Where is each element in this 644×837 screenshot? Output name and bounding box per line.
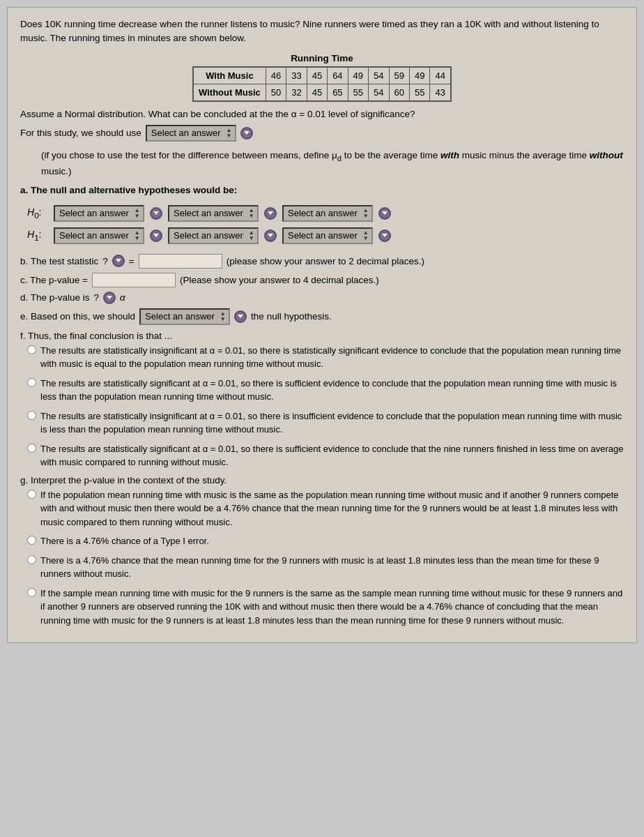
r1c4: 64 — [328, 67, 348, 84]
h0-select1-label: Select an answer — [59, 208, 129, 218]
h1-circle2[interactable] — [264, 229, 277, 242]
option-g4: If the sample mean running time with mus… — [27, 587, 624, 628]
h1-label: H1: — [27, 229, 48, 242]
part-g-label: g. Interpret the p-value in the context … — [20, 475, 624, 485]
radio-g1[interactable] — [27, 490, 36, 499]
r1c6: 54 — [369, 67, 389, 84]
h0-circle3[interactable] — [378, 207, 391, 220]
option-f3-text: The results are statistically insignific… — [40, 409, 624, 437]
part-e-circle[interactable] — [234, 310, 247, 323]
radio-g3[interactable] — [27, 555, 36, 564]
study-prompt: For this study, we should use — [20, 128, 141, 138]
h1-row: H1: Select an answer ▲▼ Select an answer… — [27, 227, 624, 244]
part-b-note: (please show your answer to 2 decimal pl… — [227, 256, 424, 266]
r1c9: 44 — [430, 67, 451, 84]
part-e-select[interactable]: Select an answer ▲▼ — [139, 308, 230, 325]
h0-select2-label: Select an answer — [174, 208, 243, 218]
study-select-circle[interactable] — [240, 127, 253, 140]
part-b-label: b. The test statistic — [20, 256, 98, 266]
h0-select1-arrow: ▲▼ — [135, 208, 140, 219]
r2c8: 55 — [410, 84, 430, 101]
r1c7: 59 — [389, 67, 409, 84]
option-g2: There is a 4.76% chance of a Type I erro… — [27, 534, 624, 548]
option-f1-text: The results are statistically insignific… — [40, 344, 624, 371]
r2c2: 32 — [286, 84, 307, 101]
h0-select3-label: Select an answer — [288, 208, 358, 218]
r2c3: 45 — [307, 84, 327, 101]
study-select[interactable]: Select an answer ▲ ▼ — [146, 125, 236, 142]
h1-circle1[interactable] — [150, 229, 162, 242]
h1-select3-label: Select an answer — [288, 230, 358, 241]
if-chose-text1: (if you chose to use the test for the di… — [41, 150, 623, 176]
part-e-label: e. Based on this, we should — [20, 311, 135, 322]
part-e-end: the null hypothesis. — [251, 311, 332, 322]
radio-f3[interactable] — [27, 411, 36, 420]
part-d-line: d. The p-value is ? α — [20, 292, 624, 304]
part-b-equals: = — [129, 256, 135, 266]
h0-circle1[interactable] — [150, 207, 162, 220]
h0-circle2[interactable] — [264, 207, 277, 220]
table-section: Running Time With Music 46 33 45 64 49 5… — [20, 53, 624, 102]
option-g3: There is a 4.76% chance that the mean ru… — [27, 554, 624, 581]
part-c-label: c. The p-value = — [20, 275, 88, 285]
h1-select1[interactable]: Select an answer ▲▼ — [54, 227, 144, 244]
option-g3-text: There is a 4.76% chance that the mean ru… — [40, 554, 624, 581]
option-f4: The results are statistically significan… — [27, 442, 624, 469]
h0-select2[interactable]: Select an answer ▲▼ — [168, 205, 259, 222]
part-b-line: b. The test statistic ? = (please show y… — [20, 254, 624, 269]
table-title: Running Time — [20, 53, 624, 63]
part-e-arrow: ▲▼ — [220, 311, 226, 322]
h1-select1-arrow: ▲▼ — [135, 230, 140, 241]
study-select-label: Select an answer — [151, 128, 221, 138]
running-time-table: With Music 46 33 45 64 49 54 59 49 44 Wi… — [192, 66, 452, 102]
part-b-q: ? — [102, 256, 108, 266]
part-c-line: c. The p-value = (Please show your answe… — [20, 273, 624, 287]
r2c7: 60 — [389, 84, 409, 101]
option-g1: If the population mean running time with… — [27, 488, 624, 529]
h1-select3-arrow: ▲▼ — [363, 230, 369, 241]
part-a-label: a. The null and alternative hypotheses w… — [20, 185, 624, 195]
question-text: Does 10K running time decrease when the … — [20, 17, 624, 46]
option-f1: The results are statistically insignific… — [27, 344, 624, 371]
radio-f4[interactable] — [27, 444, 36, 453]
r2c5: 55 — [348, 84, 368, 101]
r1c5: 49 — [348, 67, 368, 84]
r1c8: 49 — [410, 67, 430, 84]
h1-circle3[interactable] — [378, 229, 391, 242]
part-e-line: e. Based on this, we should Select an an… — [20, 308, 624, 325]
radio-g2[interactable] — [27, 536, 36, 545]
part-c-input[interactable] — [92, 273, 176, 287]
r1c3: 45 — [307, 67, 327, 84]
option-g2-text: There is a 4.76% chance of a Type I erro… — [40, 534, 209, 548]
part-d-select[interactable] — [103, 292, 116, 304]
option-f4-text: The results are statistically significan… — [40, 442, 624, 469]
part-c-note: (Please show your answer to 4 decimal pl… — [180, 275, 379, 285]
option-f2: The results are statistically significan… — [27, 377, 624, 404]
h0-select3[interactable]: Select an answer ▲▼ — [282, 205, 373, 222]
option-g1-text: If the population mean running time with… — [40, 488, 624, 529]
part-f-label: f. Thus, the final conclusion is that ..… — [20, 331, 624, 341]
option-g4-text: If the sample mean running time with mus… — [40, 587, 624, 628]
radio-f1[interactable] — [27, 345, 36, 354]
radio-g4[interactable] — [27, 588, 36, 597]
part-b-select[interactable] — [112, 255, 125, 267]
if-chose-block: (if you chose to use the test for the di… — [41, 149, 624, 179]
h1-select1-label: Select an answer — [59, 230, 129, 241]
h1-select2[interactable]: Select an answer ▲▼ — [168, 227, 259, 244]
radio-f2[interactable] — [27, 378, 36, 387]
row1-label: With Music — [193, 67, 266, 84]
h0-select1[interactable]: Select an answer ▲▼ — [54, 205, 144, 222]
option-f2-text: The results are statistically significan… — [40, 377, 624, 404]
h1-select2-label: Select an answer — [174, 230, 243, 241]
option-f3: The results are statistically insignific… — [27, 409, 624, 437]
part-b-input[interactable] — [139, 254, 222, 269]
r1c1: 46 — [266, 67, 286, 84]
r2c4: 65 — [328, 84, 348, 101]
part-d-label: d. The p-value is — [20, 292, 90, 303]
r2c9: 43 — [430, 84, 451, 101]
r1c2: 33 — [286, 67, 307, 84]
h0-label: H0: — [27, 206, 48, 220]
r2c6: 54 — [369, 84, 389, 101]
h1-select3[interactable]: Select an answer ▲▼ — [282, 227, 373, 244]
study-line: For this study, we should use Select an … — [20, 125, 624, 142]
